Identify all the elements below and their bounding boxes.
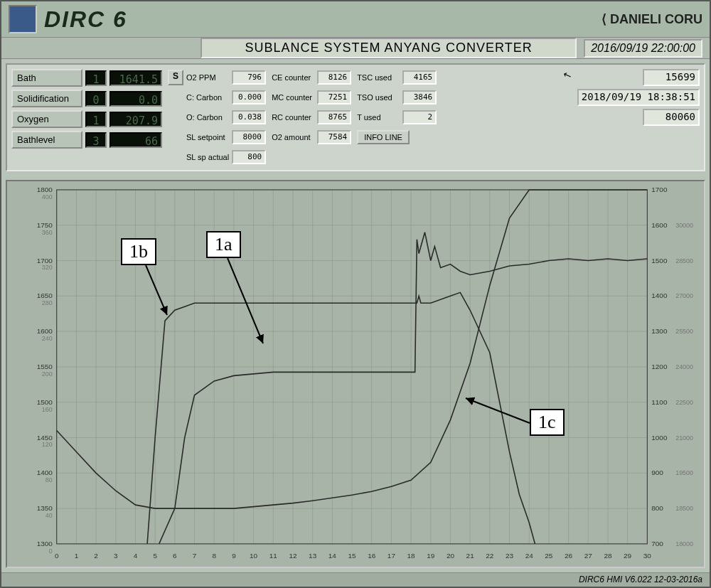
svg-text:24: 24 — [525, 552, 534, 560]
svg-text:280: 280 — [42, 299, 53, 306]
oxygen-idx: 1 — [85, 112, 107, 127]
svg-text:7: 7 — [193, 552, 197, 560]
svg-text:24000: 24000 — [675, 363, 693, 370]
subheader: SUBLANCE SYSTEM ANYANG CONVERTER 2016/09… — [1, 38, 710, 59]
svg-text:240: 240 — [42, 335, 53, 342]
row-oxygen: Oxygen 1 207.9 — [11, 110, 162, 128]
svg-text:0: 0 — [55, 552, 59, 560]
svg-text:5: 5 — [153, 552, 157, 560]
svg-text:1600: 1600 — [651, 221, 668, 229]
cecounter-label: CE counter — [272, 73, 314, 82]
rccounter-label: RC counter — [272, 113, 314, 122]
svg-text:1600: 1600 — [37, 327, 53, 335]
svg-text:26: 26 — [565, 552, 573, 560]
svg-text:15: 15 — [348, 552, 356, 560]
svg-text:1000: 1000 — [651, 434, 668, 442]
mid-col-3: TSC used4165 TSO used3846 T used2 INFO L… — [357, 69, 437, 166]
svg-text:1400: 1400 — [651, 292, 668, 299]
oxygen-value: 207.9 — [109, 112, 162, 127]
bath-value: 1641.5 — [109, 70, 162, 86]
svg-text:6: 6 — [173, 552, 177, 560]
o2ppm-value: 796 — [232, 70, 266, 85]
left-readouts: Bath 1 1641.5 Solidification 0 0.0 Oxyge… — [11, 69, 162, 166]
cursor-icon: ↖ — [561, 68, 573, 81]
ccarbon-label: C: Carbon — [186, 93, 229, 102]
svg-text:27: 27 — [584, 552, 593, 560]
svg-text:21: 21 — [466, 552, 475, 560]
svg-text:120: 120 — [42, 441, 53, 448]
svg-text:9: 9 — [232, 552, 236, 560]
ocarbon-label: O: Carbon — [186, 113, 229, 122]
mccounter-value: 7251 — [317, 90, 351, 105]
brand-label: ⟨ DANIELI CORU — [602, 11, 702, 27]
svg-text:1700: 1700 — [37, 257, 53, 264]
tused-label: T used — [357, 113, 400, 122]
footer-version: DIRC6 HMI V6.022 12-03-2016a — [1, 572, 710, 587]
svg-text:22: 22 — [486, 552, 494, 560]
chart-area: 0123456789101112131415161718192021222324… — [6, 180, 705, 568]
cecounter-value: 8126 — [317, 70, 351, 85]
svg-text:1700: 1700 — [651, 186, 668, 193]
slsetpoint-value: 8000 — [232, 130, 266, 144]
svg-text:8: 8 — [212, 552, 216, 560]
svg-line-118 — [228, 258, 263, 343]
slspactual-value: 800 — [232, 150, 266, 164]
o2amount-value: 7584 — [317, 130, 351, 144]
svg-text:320: 320 — [42, 264, 53, 272]
trend-chart: 0123456789101112131415161718192021222324… — [7, 181, 704, 567]
svg-text:30000: 30000 — [675, 222, 693, 229]
svg-text:21000: 21000 — [675, 434, 693, 442]
svg-text:1200: 1200 — [651, 363, 668, 370]
svg-text:18500: 18500 — [675, 505, 693, 512]
s-button[interactable]: S — [168, 70, 183, 85]
bathlevel-value: 66 — [109, 132, 162, 148]
svg-text:1750: 1750 — [37, 221, 53, 229]
arrow-1c — [462, 395, 533, 437]
top-id-value: 15699 — [643, 69, 700, 86]
tscused-value: 4165 — [402, 70, 437, 85]
svg-text:20: 20 — [447, 552, 455, 560]
svg-text:360: 360 — [42, 229, 53, 236]
mccounter-label: MC counter — [272, 93, 314, 102]
bath-label[interactable]: Bath — [11, 69, 82, 87]
app-icon — [9, 5, 37, 33]
svg-text:1450: 1450 — [37, 434, 53, 442]
svg-text:19: 19 — [427, 552, 435, 560]
svg-text:10: 10 — [250, 552, 258, 560]
svg-text:1300: 1300 — [651, 327, 668, 335]
svg-text:80: 80 — [46, 476, 53, 483]
solidification-label[interactable]: Solidification — [11, 90, 82, 107]
svg-text:200: 200 — [42, 370, 53, 378]
arrow-1b — [139, 265, 181, 329]
svg-text:14: 14 — [328, 552, 337, 560]
svg-text:18: 18 — [407, 552, 416, 560]
secondary-datetime: 2018/09/19 18:38:51 — [577, 89, 700, 106]
slsetpoint-label: SL setpoint — [186, 133, 229, 141]
header-datetime: 2016/09/19 22:00:00 — [584, 39, 702, 58]
system-title: SUBLANCE SYSTEM ANYANG CONVERTER — [201, 38, 577, 58]
app-title: DIRC 6 — [44, 6, 127, 33]
o2amount-label: O2 amount — [272, 133, 314, 141]
svg-text:1: 1 — [75, 552, 79, 560]
svg-text:900: 900 — [651, 469, 663, 476]
svg-text:1100: 1100 — [651, 398, 668, 406]
svg-text:28: 28 — [604, 552, 612, 560]
svg-text:16: 16 — [368, 552, 376, 560]
svg-text:1400: 1400 — [37, 469, 53, 476]
svg-text:40: 40 — [46, 512, 53, 519]
bathlevel-label[interactable]: Bathlevel — [11, 131, 82, 149]
oxygen-label[interactable]: Oxygen — [11, 110, 82, 128]
svg-text:11: 11 — [269, 552, 278, 560]
svg-text:160: 160 — [42, 406, 53, 413]
solidification-value: 0.0 — [109, 91, 162, 107]
svg-text:400: 400 — [42, 193, 53, 201]
svg-text:3: 3 — [114, 552, 118, 560]
svg-text:1650: 1650 — [37, 292, 53, 299]
svg-text:800: 800 — [651, 504, 663, 512]
rccounter-value: 8765 — [317, 110, 351, 124]
svg-text:4: 4 — [134, 552, 138, 560]
svg-text:700: 700 — [651, 540, 663, 547]
mid-col-2: CE counter8126 MC counter7251 RC counter… — [272, 69, 351, 166]
info-line-button[interactable]: INFO LINE — [357, 130, 410, 144]
svg-text:1500: 1500 — [37, 398, 53, 406]
